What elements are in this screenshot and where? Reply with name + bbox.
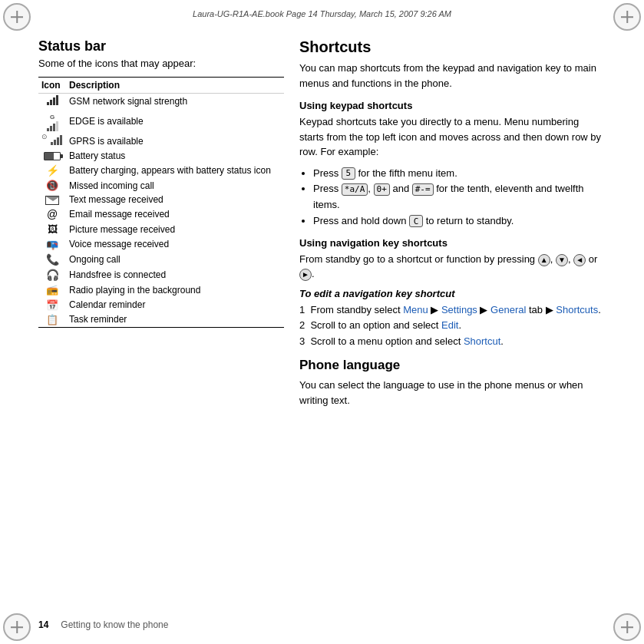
phone-language-title: Phone language (299, 358, 606, 373)
battery-charge-icon: ⚡ (46, 164, 59, 177)
keypad-bullets: Press 5 for the fifth menu item. Press *… (299, 166, 606, 230)
nav-steps-list: 1 From standby select Menu ▶ Settings ▶ … (299, 302, 606, 350)
icon-cell-headphone: 🎧 (38, 267, 66, 282)
nav-left-icon: ◄ (573, 254, 586, 266)
desc-gsm: GSM network signal strength (66, 94, 284, 110)
task-icon: 📋 (46, 314, 58, 325)
desc-battery: Battery status (66, 149, 284, 163)
page-footer: 14 Getting to know the phone (38, 619, 606, 630)
table-row: ⊙ GPRS is available (38, 133, 284, 149)
key-c: C (409, 215, 423, 227)
nav-down-icon: ▼ (556, 254, 568, 266)
nav-right-icon: ► (299, 269, 312, 281)
table-row: Battery status (38, 149, 284, 163)
key-0: 0+ (374, 183, 390, 196)
icon-cell-picture: 🖼 (38, 222, 66, 236)
nav-step-2: 2 Scroll to an option and select Edit. (299, 318, 606, 334)
crosshair-tl (11, 11, 23, 23)
crosshair-br (621, 621, 633, 633)
crosshair-tr (621, 11, 633, 23)
table-row: 📻 Radio playing in the background (38, 282, 284, 297)
table-row: 📵 Missed incoming call (38, 178, 284, 193)
icon-cell-email: @ (38, 206, 66, 222)
footer-text: Getting to know the phone (61, 619, 168, 630)
handsfree-icon: 🎧 (46, 269, 59, 281)
table-header-row: Icon Description (38, 78, 284, 94)
right-column: Shortcuts You can map shortcuts from the… (299, 38, 606, 606)
col-icon-header: Icon (38, 78, 66, 94)
radio-icon: 📻 (46, 284, 58, 296)
bullet-item: Press *a/A, 0+ and #-= for the tenth, el… (313, 181, 606, 213)
voice-icon: 📭 (46, 239, 58, 250)
shortcut-link: Shortcut (464, 335, 500, 347)
edit-link: Edit (441, 319, 458, 331)
book-info-text: Laura-UG-R1A-AE.book Page 14 Thursday, M… (193, 9, 451, 18)
nav-step-1: 1 From standby select Menu ▶ Settings ▶ … (299, 302, 606, 319)
status-bar-title: Status bar (38, 38, 284, 54)
gsm-signal-icon (47, 95, 58, 105)
nav-shortcuts-title: Using navigation key shortcuts (299, 237, 606, 249)
table-row: 🖼 Picture message received (38, 222, 284, 236)
icon-table-body: GSM network signal strength G (38, 94, 284, 328)
picture-icon: 🖼 (48, 224, 58, 236)
nav-shortcuts-body: From standby go to a shortcut or functio… (299, 252, 606, 282)
desc-headphone: Handsfree is connected (66, 267, 284, 282)
missed-call-icon: 📵 (46, 180, 58, 191)
corner-circle-br (613, 613, 641, 641)
corner-circle-bl (3, 613, 31, 641)
menu-link: Menu (403, 304, 428, 315)
icon-cell-missed: 📵 (38, 178, 66, 193)
edit-nav-title: To edit a navigation key shortcut (299, 288, 606, 299)
key-hash: #-= (412, 183, 434, 196)
table-row: ⚡ Battery charging, appears with battery… (38, 163, 284, 178)
desc-battery-charge: Battery charging, appears with battery s… (66, 163, 284, 178)
icon-cell-calendar: 📅 (38, 297, 66, 312)
edge-signal-bars (47, 121, 58, 131)
corner-circle-tl (3, 3, 31, 31)
shortcuts-link: Shortcuts (556, 304, 598, 315)
icon-cell-radio: 📻 (38, 282, 66, 297)
nav-step-3: 3 Scroll to a menu option and select Sho… (299, 334, 606, 350)
table-row: 🎧 Handsfree is connected (38, 267, 284, 282)
settings-link: Settings (441, 304, 477, 315)
icon-cell-gsm (38, 94, 66, 110)
main-content: Status bar Some of the icons that may ap… (38, 38, 606, 606)
table-row: GSM network signal strength (38, 94, 284, 110)
shortcuts-intro: You can map shortcuts from the keypad an… (299, 61, 606, 91)
icon-cell-gprs: ⊙ (38, 133, 66, 149)
desc-email: Email message received (66, 206, 284, 222)
keypad-shortcuts-title: Using keypad shortcuts (299, 100, 606, 111)
icon-table: Icon Description GSM network si (38, 77, 284, 328)
bullet-item: Press and hold down C to return to stand… (313, 213, 606, 230)
corner-circle-tr (613, 3, 641, 31)
shortcuts-title: Shortcuts (299, 38, 606, 56)
book-info: Laura-UG-R1A-AE.book Page 14 Thursday, M… (38, 9, 606, 18)
battery-icon (44, 152, 61, 160)
table-row: Text message received (38, 193, 284, 206)
sms-icon (45, 196, 59, 205)
icon-cell-sms (38, 193, 66, 206)
col-desc-header: Description (66, 78, 284, 94)
table-row: G EDGE is available (38, 109, 284, 133)
desc-radio: Radio playing in the background (66, 282, 284, 297)
icon-cell-battery (38, 149, 66, 163)
table-row: 📞 Ongoing call (38, 252, 284, 267)
desc-call: Ongoing call (66, 252, 284, 267)
gprs-icon: ⊙ (43, 134, 62, 145)
ongoing-call-icon: 📞 (46, 253, 59, 266)
desc-missed: Missed incoming call (66, 178, 284, 193)
page-number: 14 (38, 619, 48, 630)
desc-sms: Text message received (66, 193, 284, 206)
left-column: Status bar Some of the icons that may ap… (38, 38, 284, 606)
bullet-item: Press 5 for the fifth menu item. (313, 166, 606, 182)
table-row: 📋 Task reminder (38, 312, 284, 328)
desc-picture: Picture message received (66, 222, 284, 236)
table-row: 📅 Calendar reminder (38, 297, 284, 312)
keypad-shortcuts-body: Keypad shortcuts take you directly to a … (299, 114, 606, 160)
email-icon: @ (47, 208, 58, 220)
icon-cell-call: 📞 (38, 252, 66, 267)
calendar-icon: 📅 (46, 299, 58, 311)
desc-gprs: GPRS is available (66, 133, 284, 149)
icon-cell-edge: G (38, 109, 66, 133)
nav-up-icon: ▲ (538, 254, 550, 266)
